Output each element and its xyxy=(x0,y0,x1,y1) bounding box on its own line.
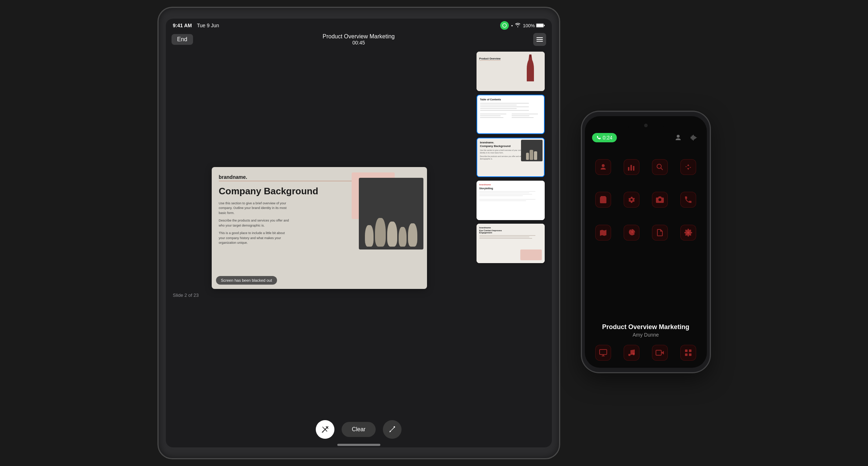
svg-rect-30 xyxy=(685,350,688,352)
video-icon xyxy=(656,348,664,357)
call-timer: 0:24 xyxy=(603,135,613,141)
bottom-app-cell-1 xyxy=(590,345,617,361)
app-icon-cell-7 xyxy=(647,184,674,216)
app-icon-2[interactable] xyxy=(624,159,639,175)
svg-rect-32 xyxy=(685,353,688,356)
presentation-icon xyxy=(599,348,607,357)
svg-rect-19 xyxy=(633,166,634,171)
screentime-indicator xyxy=(500,21,509,30)
app-icon-cell-6 xyxy=(618,184,645,216)
iphone-screen: 0:24 xyxy=(585,116,707,368)
annotate-icon xyxy=(388,425,396,433)
person-icon xyxy=(675,134,682,141)
sidebar-icon xyxy=(536,36,543,43)
thumb4-line-2 xyxy=(479,192,529,193)
person-app-icon xyxy=(599,163,607,171)
app-icon-cell-11 xyxy=(647,217,674,248)
app-icon-8[interactable] xyxy=(680,192,696,208)
thumb2-content: Table of Contents xyxy=(477,95,544,122)
bottom-app-icon-1[interactable] xyxy=(595,345,611,361)
status-left: 9:41 AM Tue 9 Jun xyxy=(173,23,219,28)
thumb5-line-3 xyxy=(479,238,532,239)
toc-line-5 xyxy=(480,110,529,111)
svg-rect-29 xyxy=(656,350,661,355)
thumb1-bottle xyxy=(525,54,536,81)
battery-icon: 100% xyxy=(523,23,544,28)
svg-rect-13 xyxy=(693,135,694,141)
app-icon-7[interactable] xyxy=(652,192,668,208)
slide-thumbnail-2[interactable]: Table of Contents xyxy=(477,95,545,134)
toc-line-1 xyxy=(480,103,529,104)
bottom-app-icon-3[interactable] xyxy=(652,345,668,361)
thumb5-line-2 xyxy=(479,237,529,237)
svg-rect-31 xyxy=(689,350,691,352)
battery-text: 100% xyxy=(523,23,535,28)
svg-rect-16 xyxy=(696,137,697,138)
toc-left-line-1 xyxy=(480,114,507,114)
person-button[interactable] xyxy=(672,132,684,143)
iphone-device: 0:24 xyxy=(581,111,710,373)
current-slide[interactable]: brandname. Company Background Use this s… xyxy=(212,167,427,289)
iphone-info: Product Overview Marketing Amy Dunne xyxy=(585,318,707,342)
thumb4-title: Storytelling xyxy=(479,187,542,190)
bottom-app-icon-4[interactable] xyxy=(680,345,696,361)
bottom-app-cell-2 xyxy=(618,345,645,361)
slide-counter: Slide 2 of 23 xyxy=(169,293,199,298)
slide-thumbnail-4[interactable]: brandname Storytelling xyxy=(477,181,545,220)
toc-left-line-2 xyxy=(480,115,501,116)
thumb4-line-4 xyxy=(479,195,523,196)
app-icon-12[interactable] xyxy=(680,225,696,241)
call-time-button[interactable]: 0:24 xyxy=(592,133,617,142)
ceramic-illustration xyxy=(359,178,423,249)
slide-body-p1: Use this section to give a brief overvie… xyxy=(219,201,291,216)
bottom-app-icon-2[interactable] xyxy=(624,345,639,361)
thumb4-line-5 xyxy=(479,199,536,200)
search-app-icon xyxy=(656,163,664,171)
slide-thumbnail-1[interactable]: Product Overview xyxy=(477,52,545,91)
ipad-screen: 9:41 AM Tue 9 Jun ● 100% xyxy=(166,19,552,447)
svg-rect-5 xyxy=(536,41,543,42)
slide-thumbnail-5[interactable]: brandname Eye Contact Improves Engagemen… xyxy=(477,224,545,263)
sidebar-toggle-button[interactable] xyxy=(533,33,546,46)
svg-rect-4 xyxy=(536,39,543,40)
annotate-button[interactable] xyxy=(383,420,402,439)
bottom-app-cell-4 xyxy=(675,345,702,361)
status-date: Tue 9 Jun xyxy=(197,23,219,28)
app-icon-4[interactable] xyxy=(680,159,696,175)
clear-button[interactable]: Clear xyxy=(342,422,375,437)
iphone-app-grid-top xyxy=(585,148,707,318)
thumb4-more-lines xyxy=(479,199,542,201)
app-icon-1[interactable] xyxy=(595,159,611,175)
blacked-out-badge: Screen has been blacked out xyxy=(216,276,277,285)
app-icon-3[interactable] xyxy=(652,159,668,175)
thumb4-content: brandname Storytelling xyxy=(477,181,545,220)
app-icon-11[interactable] xyxy=(652,225,668,241)
status-icons: ● 100% xyxy=(500,21,544,30)
waveform-icon xyxy=(690,134,698,141)
app-icon-cell-10 xyxy=(618,217,645,248)
svg-rect-23 xyxy=(600,350,607,355)
app-icon-6[interactable] xyxy=(624,192,639,208)
slide-thumbnail-3[interactable]: brandname. Company Background Use this s… xyxy=(477,138,545,177)
slide-image-dark xyxy=(359,178,423,249)
pen-button[interactable] xyxy=(316,420,334,439)
end-button[interactable]: End xyxy=(172,34,193,45)
thumb4-lines xyxy=(479,191,542,196)
orange-dot: ● xyxy=(511,24,513,27)
app-icon-10[interactable] xyxy=(624,225,639,241)
status-bar: 9:41 AM Tue 9 Jun ● 100% xyxy=(166,19,552,31)
app-icon-cell-1 xyxy=(590,151,617,183)
thumb4-line-3 xyxy=(479,194,532,195)
music-icon xyxy=(627,348,636,357)
thumb5-pink-block xyxy=(520,249,542,260)
map-app-icon xyxy=(599,228,607,237)
app-icon-9[interactable] xyxy=(595,225,611,241)
waveform-button[interactable] xyxy=(688,132,700,143)
presentation-timer: 00:45 xyxy=(323,40,395,46)
call-actions xyxy=(672,132,700,143)
recycle-app-icon xyxy=(684,163,693,171)
app-icon-cell-5 xyxy=(590,184,617,216)
bottom-app-cell-3 xyxy=(647,345,674,361)
phone-app-icon xyxy=(684,195,693,204)
app-icon-5[interactable] xyxy=(595,192,611,208)
